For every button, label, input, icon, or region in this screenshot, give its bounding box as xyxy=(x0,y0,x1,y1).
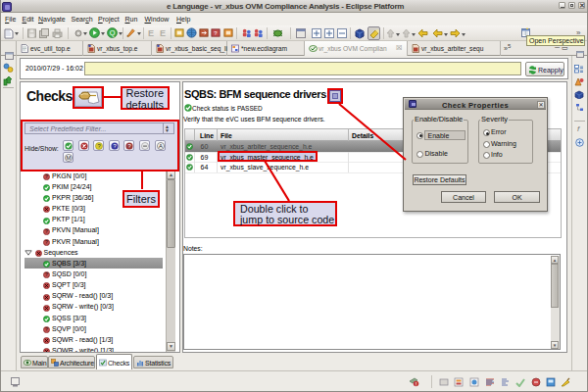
svg-text:?: ? xyxy=(45,228,48,234)
svg-text:?: ? xyxy=(45,272,48,278)
svg-text:Q: Q xyxy=(110,28,116,37)
svg-text:?: ? xyxy=(45,326,48,332)
svg-text:?: ? xyxy=(45,173,48,179)
svg-text:?: ? xyxy=(45,239,48,245)
